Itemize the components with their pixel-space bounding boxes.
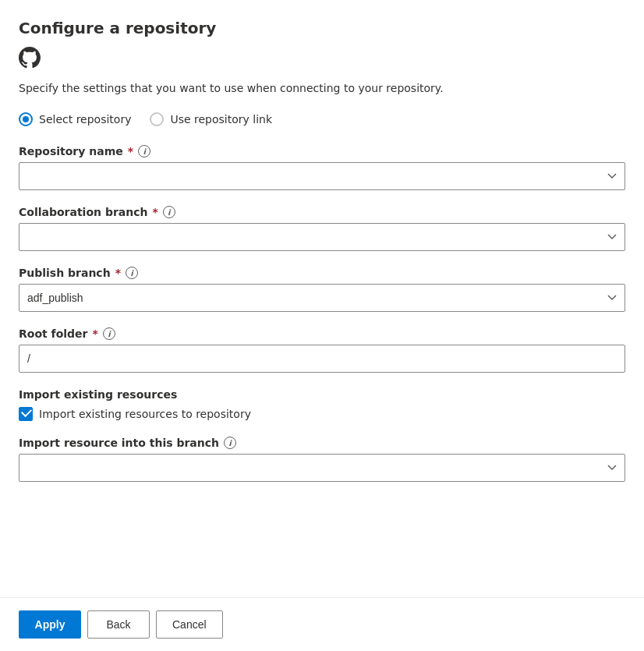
page-title: Configure a repository xyxy=(19,19,625,37)
radio-use-link[interactable]: Use repository link xyxy=(150,112,272,126)
repository-name-dropdown-wrapper xyxy=(19,162,625,190)
publish-branch-label: Publish branch * i xyxy=(19,267,625,279)
radio-group: Select repository Use repository link xyxy=(19,112,625,126)
import-branch-field: Import resource into this branch i xyxy=(19,437,625,482)
radio-select-repository[interactable]: Select repository xyxy=(19,112,131,126)
collaboration-branch-field: Collaboration branch * i xyxy=(19,206,625,251)
import-branch-info-icon[interactable]: i xyxy=(224,437,236,449)
cancel-button[interactable]: Cancel xyxy=(156,610,223,639)
description-text: Specify the settings that you want to us… xyxy=(19,80,625,97)
collaboration-branch-required: * xyxy=(152,206,157,218)
repository-name-info-icon[interactable]: i xyxy=(138,145,150,157)
apply-button[interactable]: Apply xyxy=(19,610,81,639)
import-resources-section: Import existing resources Import existin… xyxy=(19,388,625,421)
page-container: Configure a repository Specify the setti… xyxy=(0,0,644,651)
repository-name-label: Repository name * i xyxy=(19,145,625,157)
root-folder-input[interactable] xyxy=(19,345,625,373)
repository-name-label-text: Repository name xyxy=(19,145,123,157)
root-folder-label: Root folder * i xyxy=(19,327,625,340)
repository-name-select[interactable] xyxy=(19,162,625,190)
collaboration-branch-dropdown-wrapper xyxy=(19,223,625,251)
publish-branch-dropdown-wrapper: adf_publish xyxy=(19,284,625,312)
radio-select-repository-input[interactable] xyxy=(19,112,33,126)
import-branch-label: Import resource into this branch i xyxy=(19,437,625,449)
collaboration-branch-info-icon[interactable]: i xyxy=(163,206,175,218)
publish-branch-select[interactable]: adf_publish xyxy=(19,284,625,312)
publish-branch-info-icon[interactable]: i xyxy=(126,267,138,279)
back-button[interactable]: Back xyxy=(87,610,150,639)
root-folder-field: Root folder * i xyxy=(19,327,625,373)
publish-branch-label-text: Publish branch xyxy=(19,267,111,279)
github-icon xyxy=(19,47,625,71)
radio-select-repository-label: Select repository xyxy=(39,113,131,126)
import-branch-label-text: Import resource into this branch xyxy=(19,437,219,449)
root-folder-required: * xyxy=(93,327,98,340)
root-folder-info-icon[interactable]: i xyxy=(103,327,115,340)
collaboration-branch-label-text: Collaboration branch xyxy=(19,206,147,218)
collaboration-branch-select[interactable] xyxy=(19,223,625,251)
import-checkbox-label: Import existing resources to repository xyxy=(39,408,251,420)
publish-branch-field: Publish branch * i adf_publish xyxy=(19,267,625,312)
repository-name-field: Repository name * i xyxy=(19,145,625,190)
footer: Apply Back Cancel xyxy=(0,597,644,651)
radio-use-link-input[interactable] xyxy=(150,112,164,126)
root-folder-label-text: Root folder xyxy=(19,327,88,340)
publish-branch-required: * xyxy=(115,267,121,279)
import-branch-dropdown-wrapper xyxy=(19,454,625,482)
radio-use-link-label: Use repository link xyxy=(170,113,272,126)
collaboration-branch-label: Collaboration branch * i xyxy=(19,206,625,218)
repository-name-required: * xyxy=(128,145,133,157)
import-resources-label: Import existing resources xyxy=(19,388,625,401)
import-checkbox[interactable] xyxy=(19,407,33,421)
import-checkbox-row: Import existing resources to repository xyxy=(19,407,625,421)
content-area: Configure a repository Specify the setti… xyxy=(0,0,644,597)
import-branch-select[interactable] xyxy=(19,454,625,482)
